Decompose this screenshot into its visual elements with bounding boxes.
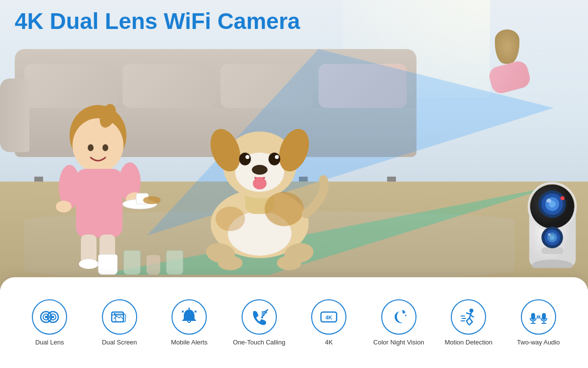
dual-screen-label: Dual Screen [102, 339, 137, 346]
vase-decoration [495, 29, 519, 64]
main-container: 4K Dual Lens WiFi Camera Dual Lens [0, 0, 588, 368]
feature-mobile-alerts: Mobile Alerts [154, 299, 224, 346]
camera-device [524, 155, 581, 270]
svg-line-66 [182, 311, 183, 312]
svg-point-3 [73, 118, 123, 172]
mobile-alerts-label: Mobile Alerts [171, 339, 207, 346]
svg-point-35 [253, 178, 267, 189]
feature-4k: 4K 4K [294, 299, 364, 346]
hd-badge-icon: 4K [319, 307, 339, 327]
svg-point-37 [216, 207, 245, 231]
4k-label: 4K [325, 339, 333, 346]
motion-detection-label: Motion Detection [444, 339, 492, 346]
alert-bell-icon [179, 307, 199, 327]
two-way-audio-icon-circle [521, 299, 556, 335]
one-touch-calling-label: One-Touch Calling [233, 339, 285, 346]
feature-two-way-audio: Two-way Audio [504, 299, 574, 346]
svg-point-30 [239, 153, 251, 165]
feature-motion-detection: Motion Detection [434, 299, 504, 346]
color-night-vision-label: Color Night Vision [373, 339, 424, 346]
svg-point-14 [143, 196, 161, 204]
svg-point-59 [52, 316, 54, 318]
running-person-icon [459, 307, 478, 327]
svg-point-52 [548, 233, 551, 236]
svg-rect-7 [76, 169, 122, 237]
svg-point-17 [79, 259, 98, 269]
color-night-vision-icon-circle [381, 299, 416, 335]
svg-rect-83 [531, 313, 535, 320]
svg-rect-47 [541, 247, 564, 254]
svg-point-51 [550, 235, 555, 240]
svg-point-45 [546, 199, 551, 203]
dual-lens-label: Dual Lens [35, 339, 64, 346]
feature-dual-lens: Dual Lens [15, 299, 85, 346]
microphone-speaker-icon [529, 307, 548, 327]
svg-point-5 [88, 144, 94, 151]
feature-color-night-vision: Color Night Vision [364, 299, 434, 346]
scene-background [0, 0, 588, 289]
dual-screen-icon-circle [102, 299, 137, 335]
dual-lens-icon-circle [32, 299, 67, 335]
dog-figure [186, 106, 333, 275]
one-touch-calling-icon-circle [242, 299, 277, 335]
svg-point-11 [56, 201, 72, 212]
svg-point-46 [561, 196, 564, 200]
child-figure [49, 96, 167, 275]
dual-screen-icon [110, 307, 129, 327]
svg-point-69 [261, 316, 263, 318]
jar-3 [166, 250, 183, 275]
svg-point-36 [265, 192, 304, 226]
svg-line-68 [195, 311, 196, 312]
features-bar: Dual Lens Dual Screen [0, 277, 588, 368]
svg-point-73 [405, 315, 406, 316]
moon-stars-icon [389, 307, 409, 327]
motion-detection-icon-circle [451, 299, 486, 335]
svg-point-24 [277, 256, 301, 270]
mobile-alerts-icon-circle [172, 299, 207, 335]
4k-icon-circle: 4K [311, 299, 346, 335]
svg-point-32 [245, 155, 249, 159]
svg-point-6 [102, 144, 108, 151]
phone-wifi-icon [249, 307, 269, 327]
jar-1 [123, 250, 141, 275]
svg-rect-87 [542, 313, 546, 320]
floor-items [98, 250, 183, 275]
two-way-audio-label: Two-way Audio [517, 339, 560, 346]
svg-point-34 [252, 165, 268, 175]
hero-section: 4K Dual Lens WiFi Camera [0, 0, 588, 289]
svg-point-23 [218, 256, 243, 270]
svg-text:4K: 4K [325, 315, 332, 320]
svg-point-33 [275, 155, 279, 159]
feature-dual-screen: Dual Screen [85, 299, 155, 346]
svg-point-31 [269, 153, 280, 165]
milk-cup [98, 254, 118, 275]
dual-lens-icon [40, 307, 59, 327]
feature-one-touch-calling: One-Touch Calling [224, 299, 294, 346]
hero-title: 4K Dual Lens WiFi Camera [15, 9, 300, 34]
jar-2 [147, 255, 160, 275]
